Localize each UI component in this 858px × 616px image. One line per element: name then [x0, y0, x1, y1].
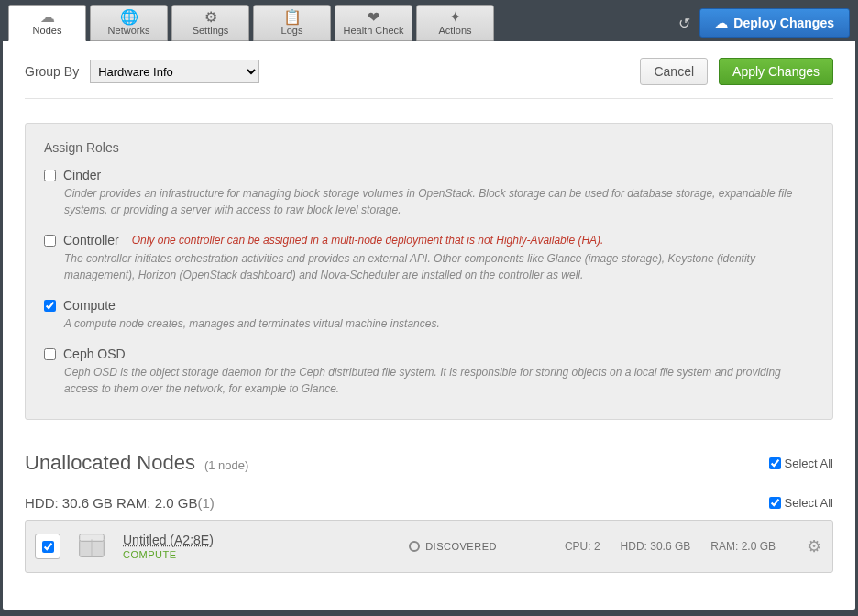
role-compute: Compute A compute node creates, manages … — [44, 298, 814, 332]
role-controller: Controller Only one controller can be as… — [44, 233, 814, 283]
node-checkbox-wrap[interactable] — [35, 534, 60, 559]
select-all-section[interactable]: Select All — [769, 456, 833, 470]
node-hdd: HDD: 30.6 GB — [621, 540, 691, 553]
role-name: Cinder — [63, 168, 101, 182]
select-all-group[interactable]: Select All — [769, 496, 833, 510]
cancel-button[interactable]: Cancel — [640, 58, 708, 85]
group-by-select[interactable]: Hardware Info — [90, 60, 259, 83]
role-cinder-checkbox[interactable] — [44, 170, 56, 182]
select-all-section-checkbox[interactable] — [769, 457, 781, 469]
role-name: Compute — [63, 298, 116, 313]
apply-changes-button[interactable]: Apply Changes — [719, 58, 833, 85]
node-status: DISCOVERED — [409, 528, 497, 565]
role-controller-checkbox[interactable] — [44, 235, 56, 247]
clipboard-icon: 📋 — [283, 10, 302, 25]
tab-label: Networks — [108, 25, 150, 36]
role-compute-checkbox[interactable] — [44, 300, 56, 312]
role-desc: A compute node creates, manages and term… — [64, 315, 814, 332]
tab-health-check[interactable]: ❤Health Check — [335, 5, 412, 41]
role-name: Controller — [63, 233, 119, 248]
tab-actions[interactable]: ✦Actions — [416, 5, 494, 41]
tab-label: Actions — [438, 25, 471, 36]
group-title: HDD: 30.6 GB RAM: 2.0 GB — [25, 495, 197, 511]
section-count: (1 node) — [204, 458, 248, 472]
heartbeat-icon: ❤ — [368, 10, 380, 25]
node-role-tag: COMPUTE — [123, 549, 214, 560]
tab-label: Logs — [281, 25, 303, 36]
node-type-icon — [73, 528, 110, 565]
tab-label: Health Check — [343, 25, 403, 36]
section-title: Unallocated Nodes — [25, 451, 195, 475]
assign-roles-panel: Assign Roles Cinder Cinder provides an i… — [25, 123, 833, 420]
role-desc: The controller initiates orchestration a… — [64, 250, 814, 283]
tab-nodes[interactable]: ☁Nodes — [8, 5, 86, 41]
globe-icon: 🌐 — [120, 10, 138, 25]
role-cinder: Cinder Cinder provides an infrastructure… — [44, 168, 814, 218]
node-settings-gear-icon[interactable]: ⚙ — [807, 536, 821, 556]
status-ring-icon — [409, 541, 420, 552]
history-icon[interactable]: ↺ — [678, 15, 690, 32]
assign-roles-heading: Assign Roles — [44, 140, 814, 155]
actions-icon: ✦ — [449, 10, 461, 25]
tab-networks[interactable]: 🌐Networks — [90, 5, 168, 41]
deploy-changes-button[interactable]: ☁Deploy Changes — [699, 8, 850, 38]
role-desc: Ceph OSD is the object storage daemon fo… — [64, 364, 814, 397]
node-name[interactable]: Untitled (A2:8E) — [123, 533, 214, 547]
role-ceph-osd: Ceph OSD Ceph OSD is the object storage … — [44, 346, 814, 397]
node-cpu: CPU: 2 — [565, 540, 600, 553]
role-warning: Only one controller can be assigned in a… — [132, 234, 604, 247]
gear-icon: ⚙ — [204, 10, 217, 25]
role-desc: Cinder provides an infrastructure for ma… — [64, 185, 814, 218]
tab-settings[interactable]: ⚙Settings — [171, 5, 249, 41]
group-by-label: Group By — [25, 64, 79, 79]
role-ceph-osd-checkbox[interactable] — [44, 348, 56, 360]
node-ram: RAM: 2.0 GB — [710, 540, 776, 553]
tab-label: Settings — [192, 25, 229, 36]
deploy-label: Deploy Changes — [733, 16, 834, 30]
group-count: (1) — [197, 495, 214, 511]
tab-logs[interactable]: 📋Logs — [253, 5, 331, 41]
role-name: Ceph OSD — [63, 346, 126, 361]
cloud-upload-icon: ☁ — [715, 16, 728, 30]
tab-label: Nodes — [33, 25, 62, 36]
node-row[interactable]: Untitled (A2:8E) COMPUTE DISCOVERED CPU:… — [25, 520, 833, 573]
node-checkbox[interactable] — [42, 541, 54, 553]
main-tabs: ☁Nodes 🌐Networks ⚙Settings 📋Logs ❤Health… — [8, 3, 494, 41]
select-all-group-checkbox[interactable] — [769, 497, 781, 509]
cloud-icon: ☁ — [40, 10, 55, 25]
